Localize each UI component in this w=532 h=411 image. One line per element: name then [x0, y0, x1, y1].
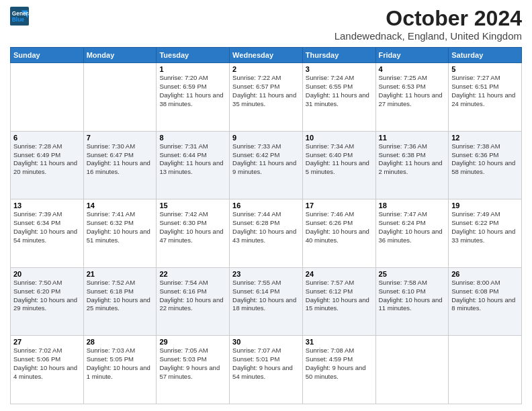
page: General Blue October 2024 Landewednack, …	[0, 0, 532, 411]
calendar-week-row: 1Sunrise: 7:20 AM Sunset: 6:59 PM Daylig…	[11, 63, 522, 132]
day-number: 24	[306, 270, 373, 278]
table-row: 17Sunrise: 7:46 AM Sunset: 6:26 PM Dayli…	[302, 199, 375, 268]
header-tuesday: Tuesday	[157, 48, 230, 63]
table-row: 22Sunrise: 7:54 AM Sunset: 6:16 PM Dayli…	[157, 267, 230, 336]
logo-icon: General Blue	[10, 7, 29, 26]
day-info: Sunrise: 7:31 AM Sunset: 6:44 PM Dayligh…	[159, 142, 226, 177]
table-row: 25Sunrise: 7:58 AM Sunset: 6:10 PM Dayli…	[375, 267, 449, 336]
day-info: Sunrise: 7:07 AM Sunset: 5:01 PM Dayligh…	[232, 347, 300, 381]
day-info: Sunrise: 7:50 AM Sunset: 6:20 PM Dayligh…	[13, 279, 81, 313]
day-number: 5	[451, 65, 519, 73]
day-number: 4	[379, 65, 446, 73]
table-row: 3Sunrise: 7:24 AM Sunset: 6:55 PM Daylig…	[302, 63, 375, 132]
day-number: 31	[306, 338, 373, 346]
day-number: 6	[13, 134, 81, 142]
day-info: Sunrise: 7:57 AM Sunset: 6:12 PM Dayligh…	[306, 279, 373, 313]
day-info: Sunrise: 7:38 AM Sunset: 6:36 PM Dayligh…	[451, 142, 519, 177]
day-info: Sunrise: 7:30 AM Sunset: 6:47 PM Dayligh…	[87, 142, 154, 177]
day-info: Sunrise: 7:20 AM Sunset: 6:59 PM Dayligh…	[159, 74, 226, 108]
table-row	[449, 336, 522, 404]
day-number: 13	[13, 201, 81, 210]
day-number: 19	[451, 201, 519, 210]
day-info: Sunrise: 7:47 AM Sunset: 6:24 PM Dayligh…	[379, 210, 446, 244]
header-wednesday: Wednesday	[230, 48, 303, 63]
day-info: Sunrise: 7:49 AM Sunset: 6:22 PM Dayligh…	[451, 210, 519, 244]
calendar-week-row: 13Sunrise: 7:39 AM Sunset: 6:34 PM Dayli…	[11, 199, 522, 268]
day-number: 9	[232, 134, 300, 142]
day-info: Sunrise: 7:08 AM Sunset: 4:59 PM Dayligh…	[306, 347, 373, 381]
table-row: 10Sunrise: 7:34 AM Sunset: 6:40 PM Dayli…	[302, 131, 375, 199]
header-friday: Friday	[375, 48, 449, 63]
day-number: 22	[159, 270, 226, 278]
header-thursday: Thursday	[302, 48, 375, 63]
day-number: 28	[87, 338, 154, 346]
day-number: 21	[87, 270, 154, 278]
table-row: 2Sunrise: 7:22 AM Sunset: 6:57 PM Daylig…	[230, 63, 303, 132]
calendar-week-row: 6Sunrise: 7:28 AM Sunset: 6:49 PM Daylig…	[11, 131, 522, 199]
day-info: Sunrise: 7:54 AM Sunset: 6:16 PM Dayligh…	[159, 279, 226, 313]
day-number: 23	[232, 270, 300, 278]
day-number: 2	[232, 65, 300, 73]
day-info: Sunrise: 7:27 AM Sunset: 6:51 PM Dayligh…	[451, 74, 519, 108]
table-row: 30Sunrise: 7:07 AM Sunset: 5:01 PM Dayli…	[230, 336, 303, 404]
day-number: 29	[159, 338, 226, 346]
day-number: 18	[379, 201, 446, 210]
day-info: Sunrise: 7:33 AM Sunset: 6:42 PM Dayligh…	[232, 142, 300, 177]
day-number: 15	[159, 201, 226, 210]
table-row: 9Sunrise: 7:33 AM Sunset: 6:42 PM Daylig…	[230, 131, 303, 199]
day-info: Sunrise: 7:44 AM Sunset: 6:28 PM Dayligh…	[232, 210, 300, 244]
day-number: 17	[306, 201, 373, 210]
day-info: Sunrise: 7:24 AM Sunset: 6:55 PM Dayligh…	[306, 74, 373, 108]
table-row: 6Sunrise: 7:28 AM Sunset: 6:49 PM Daylig…	[11, 131, 84, 199]
day-number: 10	[306, 134, 373, 142]
header-saturday: Saturday	[449, 48, 522, 63]
day-info: Sunrise: 7:05 AM Sunset: 5:03 PM Dayligh…	[159, 347, 226, 381]
title-area: October 2024 Landewednack, England, Unit…	[335, 7, 522, 42]
table-row: 12Sunrise: 7:38 AM Sunset: 6:36 PM Dayli…	[449, 131, 522, 199]
table-row: 11Sunrise: 7:36 AM Sunset: 6:38 PM Dayli…	[375, 131, 449, 199]
calendar-table: Sunday Monday Tuesday Wednesday Thursday…	[10, 47, 522, 404]
day-number: 14	[87, 201, 154, 210]
day-number: 11	[379, 134, 446, 142]
table-row: 16Sunrise: 7:44 AM Sunset: 6:28 PM Dayli…	[230, 199, 303, 268]
location: Landewednack, England, United Kingdom	[335, 30, 522, 42]
header-sunday: Sunday	[11, 48, 84, 63]
day-info: Sunrise: 7:58 AM Sunset: 6:10 PM Dayligh…	[379, 279, 446, 313]
table-row: 26Sunrise: 8:00 AM Sunset: 6:08 PM Dayli…	[449, 267, 522, 336]
day-number: 16	[232, 201, 300, 210]
day-number: 7	[87, 134, 154, 142]
day-number: 20	[13, 270, 81, 278]
logo: General Blue	[10, 7, 29, 26]
table-row: 8Sunrise: 7:31 AM Sunset: 6:44 PM Daylig…	[157, 131, 230, 199]
table-row: 7Sunrise: 7:30 AM Sunset: 6:47 PM Daylig…	[83, 131, 157, 199]
calendar-header-row: Sunday Monday Tuesday Wednesday Thursday…	[11, 48, 522, 63]
day-info: Sunrise: 7:41 AM Sunset: 6:32 PM Dayligh…	[87, 210, 154, 244]
day-number: 30	[232, 338, 300, 346]
table-row: 31Sunrise: 7:08 AM Sunset: 4:59 PM Dayli…	[302, 336, 375, 404]
table-row: 21Sunrise: 7:52 AM Sunset: 6:18 PM Dayli…	[83, 267, 157, 336]
day-info: Sunrise: 7:22 AM Sunset: 6:57 PM Dayligh…	[232, 74, 300, 108]
table-row: 29Sunrise: 7:05 AM Sunset: 5:03 PM Dayli…	[157, 336, 230, 404]
table-row	[375, 336, 449, 404]
table-row: 18Sunrise: 7:47 AM Sunset: 6:24 PM Dayli…	[375, 199, 449, 268]
table-row: 15Sunrise: 7:42 AM Sunset: 6:30 PM Dayli…	[157, 199, 230, 268]
day-info: Sunrise: 7:42 AM Sunset: 6:30 PM Dayligh…	[159, 210, 226, 244]
day-info: Sunrise: 7:02 AM Sunset: 5:06 PM Dayligh…	[13, 347, 81, 381]
table-row: 23Sunrise: 7:55 AM Sunset: 6:14 PM Dayli…	[230, 267, 303, 336]
day-number: 27	[13, 338, 81, 346]
day-info: Sunrise: 7:52 AM Sunset: 6:18 PM Dayligh…	[87, 279, 154, 313]
table-row	[11, 63, 84, 132]
svg-text:Blue: Blue	[12, 16, 24, 23]
day-info: Sunrise: 7:03 AM Sunset: 5:05 PM Dayligh…	[87, 347, 154, 381]
table-row: 20Sunrise: 7:50 AM Sunset: 6:20 PM Dayli…	[11, 267, 84, 336]
day-info: Sunrise: 7:34 AM Sunset: 6:40 PM Dayligh…	[306, 142, 373, 177]
table-row: 27Sunrise: 7:02 AM Sunset: 5:06 PM Dayli…	[11, 336, 84, 404]
day-info: Sunrise: 7:55 AM Sunset: 6:14 PM Dayligh…	[232, 279, 300, 313]
day-number: 8	[159, 134, 226, 142]
day-info: Sunrise: 7:36 AM Sunset: 6:38 PM Dayligh…	[379, 142, 446, 177]
table-row: 4Sunrise: 7:25 AM Sunset: 6:53 PM Daylig…	[375, 63, 449, 132]
table-row: 24Sunrise: 7:57 AM Sunset: 6:12 PM Dayli…	[302, 267, 375, 336]
calendar-week-row: 27Sunrise: 7:02 AM Sunset: 5:06 PM Dayli…	[11, 336, 522, 404]
table-row: 13Sunrise: 7:39 AM Sunset: 6:34 PM Dayli…	[11, 199, 84, 268]
day-number: 26	[451, 270, 519, 278]
